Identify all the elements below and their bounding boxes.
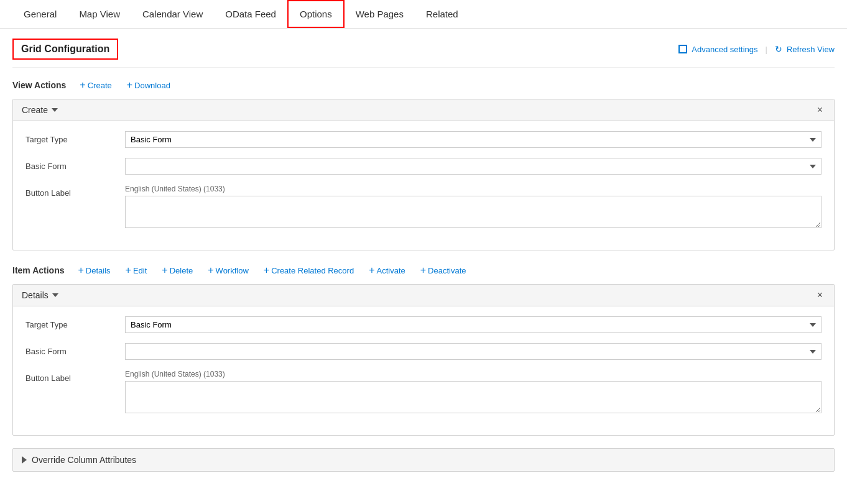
add-delete-button[interactable]: + Delete	[155, 263, 199, 278]
details-basic-form-row: Basic Form	[25, 343, 822, 360]
settings-icon	[678, 45, 687, 53]
create-card: Create × Target Type Basic Form Basic Fo…	[12, 99, 835, 250]
create-target-type-select[interactable]: Basic Form	[125, 131, 822, 148]
add-workflow-button[interactable]: + Workflow	[201, 263, 255, 278]
details-button-label-sublabel: English (United States) (1033)	[125, 370, 822, 378]
details-target-type-control: Basic Form	[125, 316, 822, 333]
details-card: Details × Target Type Basic Form Basic F…	[12, 284, 835, 436]
create-basic-form-row: Basic Form	[25, 158, 822, 175]
refresh-icon: ↻	[775, 44, 782, 54]
create-button-label-textarea[interactable]	[125, 196, 822, 228]
tab-calendar-view[interactable]: Calendar View	[131, 1, 214, 27]
plus-icon-workflow: +	[208, 265, 213, 275]
details-card-title-area: Details	[22, 290, 58, 300]
create-card-header: Create ×	[13, 99, 834, 121]
create-basic-form-control	[125, 158, 822, 175]
plus-icon-download: +	[127, 80, 132, 90]
add-activate-button[interactable]: + Activate	[363, 263, 412, 278]
details-card-title: Details	[22, 290, 49, 300]
details-basic-form-label: Basic Form	[25, 343, 125, 356]
header-actions: Advanced settings | ↻ Refresh View	[678, 44, 835, 54]
override-column-attributes-row[interactable]: Override Column Attributes	[12, 448, 835, 472]
add-deactivate-button[interactable]: + Deactivate	[414, 263, 473, 278]
plus-icon-create: +	[80, 80, 85, 90]
item-actions-row: Item Actions + Details + Edit + Delete +…	[12, 263, 835, 278]
grid-configuration-title: Grid Configuration	[12, 39, 118, 60]
details-card-close[interactable]: ×	[815, 290, 825, 301]
create-button-label-row: Button Label English (United States) (10…	[25, 185, 822, 230]
tab-web-pages[interactable]: Web Pages	[345, 1, 415, 27]
add-edit-button[interactable]: + Edit	[119, 263, 154, 278]
refresh-view-link[interactable]: ↻ Refresh View	[775, 44, 835, 54]
plus-icon-activate: +	[369, 265, 374, 275]
create-button-label-control: English (United States) (1033)	[125, 185, 822, 230]
create-card-title-area: Create	[22, 105, 58, 115]
details-target-type-select[interactable]: Basic Form	[125, 316, 822, 333]
create-target-type-label: Target Type	[25, 131, 125, 144]
top-navigation: General Map View Calendar View OData Fee…	[0, 0, 847, 29]
plus-icon-delete: +	[162, 265, 167, 275]
main-content: Grid Configuration Advanced settings | ↻…	[0, 29, 847, 484]
add-create-related-record-button[interactable]: + Create Related Record	[257, 263, 360, 278]
section-header: Grid Configuration Advanced settings | ↻…	[12, 29, 835, 68]
plus-icon-details: +	[78, 265, 84, 275]
tab-odata-feed[interactable]: OData Feed	[214, 1, 287, 27]
override-column-attributes-label: Override Column Attributes	[32, 455, 136, 465]
add-details-button[interactable]: + Details	[72, 263, 117, 278]
create-card-chevron[interactable]	[52, 108, 58, 112]
tab-general[interactable]: General	[12, 1, 68, 27]
create-button-label-label: Button Label	[25, 185, 125, 198]
create-card-body: Target Type Basic Form Basic Form But	[13, 121, 834, 250]
tab-map-view[interactable]: Map View	[68, 1, 131, 27]
create-card-close[interactable]: ×	[815, 104, 825, 116]
create-button-label-sublabel: English (United States) (1033)	[125, 185, 822, 193]
add-create-button[interactable]: + Create	[73, 78, 118, 93]
plus-icon-deactivate: +	[420, 265, 426, 275]
details-button-label-row: Button Label English (United States) (10…	[25, 370, 822, 415]
tab-options[interactable]: Options	[287, 0, 345, 28]
details-card-chevron[interactable]	[52, 293, 58, 297]
details-basic-form-select[interactable]	[125, 343, 822, 360]
add-download-button[interactable]: + Download	[121, 78, 177, 93]
plus-icon-create-related: +	[264, 265, 269, 275]
expand-icon	[22, 456, 27, 464]
create-target-type-control: Basic Form	[125, 131, 822, 148]
tab-related[interactable]: Related	[415, 1, 470, 27]
create-card-title: Create	[22, 105, 48, 115]
view-actions-label: View Actions	[12, 80, 66, 90]
details-button-label-control: English (United States) (1033)	[125, 370, 822, 415]
details-card-body: Target Type Basic Form Basic Form But	[13, 306, 834, 435]
details-button-label-textarea[interactable]	[125, 381, 822, 413]
create-basic-form-select[interactable]	[125, 158, 822, 175]
separator: |	[766, 45, 767, 54]
item-actions-label: Item Actions	[12, 265, 65, 275]
plus-icon-edit: +	[126, 265, 131, 275]
create-basic-form-label: Basic Form	[25, 158, 125, 171]
details-target-type-row: Target Type Basic Form	[25, 316, 822, 333]
details-card-header: Details ×	[13, 285, 834, 306]
details-target-type-label: Target Type	[25, 316, 125, 329]
details-button-label-label: Button Label	[25, 370, 125, 383]
create-target-type-row: Target Type Basic Form	[25, 131, 822, 148]
view-actions-row: View Actions + Create + Download	[12, 78, 835, 93]
advanced-settings-link[interactable]: Advanced settings	[678, 45, 757, 54]
details-basic-form-control	[125, 343, 822, 360]
